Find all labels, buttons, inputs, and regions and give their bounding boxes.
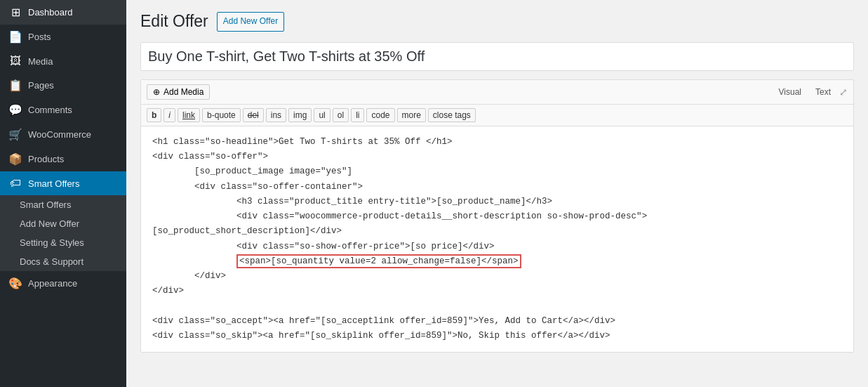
sidebar-item-appearance[interactable]: 🎨 Appearance: [0, 271, 126, 296]
sidebar-item-label: Pages: [28, 80, 54, 91]
sidebar-item-comments[interactable]: 💬 Comments: [0, 98, 126, 122]
fmt-btn-ol[interactable]: ol: [333, 108, 349, 122]
sidebar-item-label: Dashboard: [28, 7, 73, 18]
sidebar-item-products[interactable]: 📦 Products: [0, 147, 126, 171]
add-media-label: Add Media: [163, 87, 203, 97]
fmt-btn-more[interactable]: more: [397, 108, 426, 122]
sidebar-item-docs-support[interactable]: Docs & Support: [0, 252, 126, 271]
sidebar-item-add-new-offer[interactable]: Add New Offer: [0, 214, 126, 233]
editor-toolbar-top: ⊕ Add Media Visual Text ⤢: [141, 80, 853, 105]
fmt-btn-bquote[interactable]: b-quote: [202, 108, 241, 122]
code-editor-area[interactable]: <h1 class="so-headline">Get Two T-shirts…: [141, 126, 853, 353]
sidebar-item-label: Products: [28, 154, 64, 164]
sidebar-item-woocommerce[interactable]: 🛒 WooCommerce: [0, 122, 126, 147]
fmt-btn-close-tags[interactable]: close tags: [428, 108, 476, 122]
pages-icon: 📋: [8, 79, 22, 92]
sidebar: ⊞ Dashboard 📄 Posts 🖼 Media 📋 Pages 💬 Co…: [0, 0, 126, 387]
sidebar-item-pages[interactable]: 📋 Pages: [0, 73, 126, 98]
fmt-btn-ul[interactable]: ul: [314, 108, 330, 122]
products-icon: 📦: [8, 152, 22, 166]
main-content: Edit Offer Add New Offer ⊕ Add Media Vis…: [126, 0, 868, 387]
format-toolbar: b i link b-quote del ins img ul ol li co…: [141, 105, 853, 126]
sidebar-item-label: Appearance: [28, 278, 77, 289]
media-icon: 🖼: [8, 55, 22, 67]
fmt-btn-code[interactable]: code: [366, 108, 394, 122]
sidebar-item-smart-offers[interactable]: 🏷 Smart Offers: [0, 171, 126, 195]
page-header: Edit Offer Add New Offer: [140, 11, 854, 32]
sidebar-item-label: Comments: [28, 105, 72, 115]
sidebar-item-label: Posts: [28, 32, 51, 42]
submenu-label: Add New Offer: [20, 218, 79, 229]
sidebar-item-smart-offers-sub[interactable]: Smart Offers: [0, 195, 126, 214]
sidebar-item-label: Smart Offers: [28, 178, 79, 189]
tab-text[interactable]: Text: [810, 86, 836, 98]
expand-icon[interactable]: ⤢: [839, 86, 848, 98]
appearance-icon: 🎨: [8, 277, 22, 290]
add-new-offer-button[interactable]: Add New Offer: [217, 12, 284, 31]
fmt-btn-li[interactable]: li: [351, 108, 364, 122]
fmt-btn-b[interactable]: b: [147, 108, 161, 122]
tab-visual[interactable]: Visual: [773, 86, 807, 98]
sidebar-item-media[interactable]: 🖼 Media: [0, 49, 126, 73]
fmt-btn-ins[interactable]: ins: [266, 108, 286, 122]
fmt-btn-i[interactable]: i: [163, 108, 175, 122]
page-title: Edit Offer: [140, 11, 208, 32]
code-line-2: </div> </div> <div class="so_accept"><a …: [152, 271, 615, 341]
editor-view-tabs: Visual Text ⤢: [773, 86, 848, 98]
editor-box: ⊕ Add Media Visual Text ⤢ b i link b-quo…: [140, 79, 854, 353]
smart-offers-icon: 🏷: [8, 177, 22, 190]
woocommerce-icon: 🛒: [8, 128, 22, 141]
submenu-label: Docs & Support: [20, 256, 84, 267]
submenu-label: Smart Offers: [20, 199, 71, 210]
fmt-btn-link[interactable]: link: [178, 108, 200, 122]
sidebar-item-label: WooCommerce: [28, 129, 91, 140]
add-media-icon: ⊕: [153, 87, 160, 97]
dashboard-icon: ⊞: [8, 6, 22, 19]
posts-icon: 📄: [8, 30, 22, 44]
sidebar-item-posts[interactable]: 📄 Posts: [0, 25, 126, 49]
sidebar-item-label: Media: [28, 56, 53, 67]
comments-icon: 💬: [8, 103, 22, 117]
fmt-btn-img[interactable]: img: [288, 108, 312, 122]
code-line-1: <h1 class="so-headline">Get Two T-shirts…: [152, 137, 647, 266]
fmt-btn-del[interactable]: del: [243, 108, 264, 122]
submenu-label: Setting & Styles: [20, 237, 84, 248]
add-media-button[interactable]: ⊕ Add Media: [147, 84, 210, 100]
offer-title-input[interactable]: [140, 42, 854, 71]
sidebar-item-dashboard[interactable]: ⊞ Dashboard: [0, 0, 126, 25]
sidebar-item-setting-styles[interactable]: Setting & Styles: [0, 233, 126, 252]
highlighted-code-span: <span>[so_quantity value=2 allow_change=…: [236, 254, 521, 268]
smart-offers-submenu: Smart Offers Add New Offer Setting & Sty…: [0, 195, 126, 271]
